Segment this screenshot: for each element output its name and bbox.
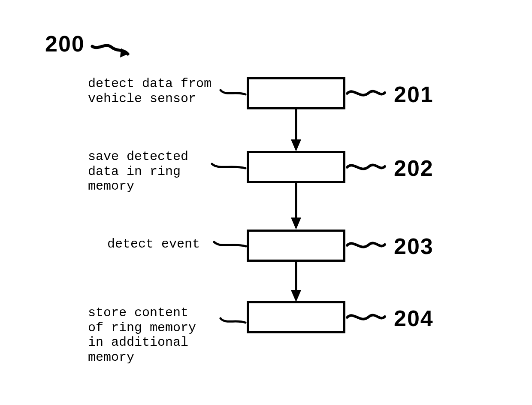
step-1-ref: 201 bbox=[394, 82, 434, 107]
step-3-box bbox=[247, 230, 345, 262]
svg-marker-2 bbox=[291, 139, 301, 151]
step-2-box bbox=[247, 151, 345, 183]
leader-squiggle-icon bbox=[345, 159, 386, 176]
leader-line-icon bbox=[219, 88, 247, 99]
step-1-box bbox=[247, 77, 345, 109]
step-4-box bbox=[247, 301, 345, 333]
arrow-down-icon bbox=[287, 262, 305, 302]
step-3-desc: detect event bbox=[107, 237, 219, 252]
leader-squiggle-icon bbox=[345, 85, 386, 102]
title-arrow-icon bbox=[90, 39, 135, 62]
step-4-desc: store content of ring memory in addition… bbox=[88, 305, 221, 365]
leader-line-icon bbox=[219, 317, 247, 327]
leader-squiggle-icon bbox=[345, 237, 386, 254]
step-2-desc: save detected data in ring memory bbox=[88, 149, 221, 194]
flowchart-diagram: 200 detect data from vehicle sensor 201 … bbox=[0, 0, 532, 405]
leader-squiggle-icon bbox=[345, 309, 386, 326]
arrow-down-icon bbox=[287, 109, 305, 152]
diagram-title-ref: 200 bbox=[45, 31, 85, 57]
step-3-ref: 203 bbox=[394, 233, 434, 259]
step-2-ref: 202 bbox=[394, 155, 434, 181]
arrow-down-icon bbox=[287, 183, 305, 230]
step-4-ref: 204 bbox=[394, 305, 434, 331]
step-1-desc: detect data from vehicle sensor bbox=[88, 76, 221, 106]
leader-line-icon bbox=[212, 240, 247, 251]
svg-marker-6 bbox=[291, 290, 301, 302]
svg-marker-4 bbox=[291, 218, 301, 230]
leader-line-icon bbox=[210, 162, 247, 172]
